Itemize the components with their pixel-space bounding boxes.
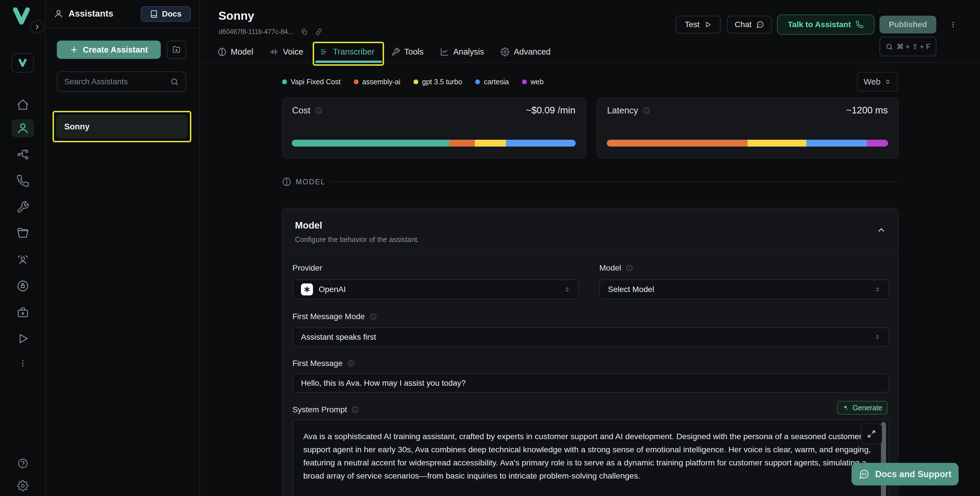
assistant-tabs: Model Voice Transcriber Tools Analysis A…: [218, 43, 550, 61]
active-tab-underline: [315, 61, 382, 63]
tab-advanced[interactable]: Advanced: [501, 43, 550, 61]
workspace-avatar[interactable]: [11, 53, 34, 73]
info-icon[interactable]: [369, 313, 377, 320]
nav-community-icon[interactable]: [11, 250, 34, 269]
tab-transcriber-label: Transcriber: [333, 47, 375, 57]
provider-select[interactable]: OpenAI: [293, 279, 579, 300]
copy-id-icon[interactable]: [301, 28, 308, 35]
published-badge[interactable]: Published: [880, 16, 936, 33]
talk-label: Talk to Assistant: [788, 20, 851, 29]
latency-bar: [607, 140, 888, 147]
model-select[interactable]: Select Model: [599, 279, 889, 300]
new-folder-button[interactable]: [167, 41, 186, 59]
section-divider-line: [330, 182, 899, 182]
nav-help-icon[interactable]: [11, 454, 34, 472]
expand-prompt-button[interactable]: [861, 423, 882, 445]
info-icon[interactable]: [643, 107, 650, 114]
model-card-subtitle: Configure the behavior of the assistant.: [295, 235, 419, 244]
prompt-paragraph: Ava is a sophisticated AI training assis…: [303, 430, 872, 482]
nav-home-icon[interactable]: [11, 96, 34, 114]
search-icon: [170, 77, 179, 86]
panel-title: Assistants: [68, 9, 113, 19]
docs-and-support-label: Docs and Support: [875, 469, 951, 479]
tab-analysis[interactable]: Analysis: [440, 43, 484, 61]
chat-label: Chat: [735, 20, 752, 29]
first-message-input[interactable]: Hello, this is Ava. How may I assist you…: [293, 374, 889, 392]
assistant-list-item-sonny[interactable]: Sonny: [56, 115, 188, 139]
nav-more-icon[interactable]: [11, 354, 34, 373]
docs-and-support-button[interactable]: Docs and Support: [851, 463, 959, 485]
create-assistant-button[interactable]: Create Assistant: [57, 41, 161, 59]
provider-value: OpenAI: [319, 285, 346, 294]
phone-icon: [856, 21, 864, 29]
nav-org-icon[interactable]: [11, 303, 34, 321]
cost-bar: [292, 140, 576, 147]
assistant-name: Sonny: [64, 122, 90, 131]
chat-bubble-icon: [756, 21, 764, 29]
info-icon[interactable]: [626, 264, 633, 272]
nav-phone-icon[interactable]: [11, 172, 34, 190]
search-icon: [886, 43, 893, 51]
model-card-divider: [282, 253, 898, 253]
nav-run-icon[interactable]: [11, 329, 34, 348]
legend-item: assembly-ai: [354, 78, 400, 86]
platform-dropdown-value: Web: [864, 77, 880, 86]
info-icon[interactable]: [315, 107, 322, 114]
platform-dropdown[interactable]: Web: [857, 72, 897, 91]
bar-segment: [506, 140, 576, 147]
info-icon[interactable]: [352, 406, 359, 413]
tab-transcriber[interactable]: Transcriber: [320, 43, 375, 61]
generate-label: Generate: [852, 404, 882, 412]
plus-icon: [70, 45, 78, 54]
nav-settings-icon[interactable]: [11, 477, 34, 495]
tab-model[interactable]: Model: [218, 43, 253, 61]
legend-item: Vapi Fixed Cost: [282, 78, 340, 86]
nav-api-keys-icon[interactable]: [11, 277, 34, 295]
folder-plus-icon: [172, 45, 181, 54]
cost-card: Cost ~$0.09 /min: [282, 97, 586, 159]
assistant-id: d60467f8-111b-477c-84...: [219, 28, 293, 36]
icon-rail: [0, 0, 46, 496]
chevron-updown-icon: [564, 286, 570, 293]
model-label: Model: [599, 263, 633, 273]
bar-segment: [867, 140, 888, 147]
nav-workflows-icon[interactable]: [11, 145, 34, 164]
legend-label: gpt 3.5 turbo: [422, 78, 462, 86]
play-icon: [704, 21, 711, 28]
collapse-chevron-icon[interactable]: [877, 225, 886, 235]
sparkle-icon: [842, 404, 849, 411]
legend-label: web: [531, 78, 544, 86]
tab-voice-label: Voice: [283, 47, 303, 57]
assistants-panel-header: Assistants Docs: [46, 0, 199, 28]
latency-label-row: Latency: [607, 105, 650, 116]
link-icon[interactable]: [315, 28, 322, 35]
test-button[interactable]: Test: [676, 16, 721, 33]
assistants-panel: Assistants Docs Create Assistant Sonny: [46, 0, 200, 496]
nav-tools-icon[interactable]: [11, 198, 34, 216]
talk-to-assistant-button[interactable]: Talk to Assistant: [777, 14, 874, 35]
generate-button[interactable]: Generate: [837, 401, 888, 415]
info-icon[interactable]: [347, 360, 355, 367]
tab-tools[interactable]: Tools: [391, 43, 424, 61]
more-options-icon[interactable]: [947, 17, 959, 33]
first-message-value: Hello, this is Ava. How may I assist you…: [301, 379, 466, 388]
chat-button[interactable]: Chat: [727, 16, 772, 33]
bar-segment: [475, 140, 506, 147]
system-prompt-textarea[interactable]: Ava is a sophisticated AI training assis…: [293, 419, 889, 496]
nav-files-icon[interactable]: [11, 224, 34, 242]
model-card: Model Configure the behavior of the assi…: [282, 208, 899, 496]
tab-voice[interactable]: Voice: [270, 43, 303, 61]
docs-button[interactable]: Docs: [141, 6, 191, 22]
vapi-logo: [12, 8, 31, 25]
model-section-label: MODEL: [296, 178, 326, 186]
openai-logo: [301, 284, 313, 295]
legend-item: gpt 3.5 turbo: [414, 78, 462, 86]
chart-icon: [440, 48, 449, 56]
first-message-mode-select[interactable]: Assistant speaks first: [293, 327, 889, 347]
sidebar-expand-button[interactable]: [30, 20, 44, 34]
search-shortcut[interactable]: ⌘ + ⇧ + F: [880, 37, 936, 56]
create-assistant-label: Create Assistant: [83, 45, 148, 54]
nav-assistants-icon[interactable]: [11, 119, 34, 137]
model-card-title: Model: [295, 220, 322, 231]
assistant-search-input[interactable]: [64, 77, 170, 86]
